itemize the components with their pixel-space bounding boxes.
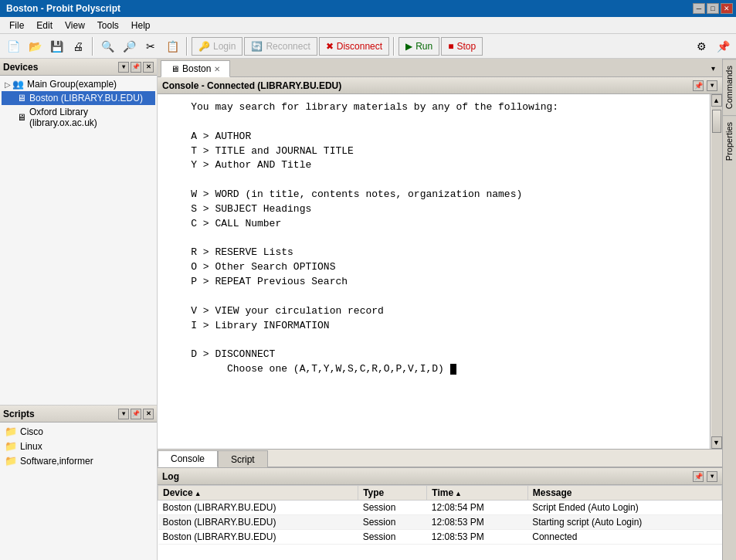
log-row-1: Boston (LIBRARY.BU.EDU) Session 12:08:54… xyxy=(158,501,722,515)
menu-edit[interactable]: Edit xyxy=(30,19,59,32)
reconnect-icon: 🔄 xyxy=(251,41,263,52)
menu-help[interactable]: Help xyxy=(125,19,157,32)
script-item-cisco[interactable]: 📁 Cisco xyxy=(2,424,155,439)
log-rows: Boston (LIBRARY.BU.EDU) Session 12:08:54… xyxy=(158,501,722,545)
scripts-close-btn[interactable]: ✕ xyxy=(143,409,154,419)
disconnect-label: Disconnect xyxy=(337,41,382,52)
log-entries-table: Device▲ Type Time▲ Message Boston (LIBRA… xyxy=(158,485,722,545)
script-label-cisco: Cisco xyxy=(20,426,43,437)
boston-tab[interactable]: 🖥 Boston ✕ xyxy=(161,60,230,77)
console-text[interactable]: You may search for library materials by … xyxy=(158,94,710,449)
maximize-button[interactable]: □ xyxy=(707,3,719,14)
device-group-icon: 👥 xyxy=(12,79,24,90)
col-type[interactable]: Type xyxy=(358,486,427,501)
console-area: Console - Connected (LIBRARY.BU.EDU) 📌 ▾… xyxy=(158,77,722,560)
console-tab[interactable]: Console xyxy=(158,450,218,467)
device-item-oxford[interactable]: 🖥 Oxford Library (library.ox.ac.uk) xyxy=(2,105,155,130)
devices-panel-header: Devices ▾ 📌 ✕ xyxy=(0,59,157,76)
minimize-button[interactable]: ─ xyxy=(693,3,705,14)
devices-pin-btn[interactable]: 📌 xyxy=(131,62,141,73)
log-device-3: Boston (LIBRARY.BU.EDU) xyxy=(158,530,358,545)
print-button[interactable]: 🖨 xyxy=(68,37,88,56)
col-device[interactable]: Device▲ xyxy=(158,486,358,501)
run-icon: ▶ xyxy=(405,41,412,52)
scripts-list: 📁 Cisco 📁 Linux 📁 Software,informer xyxy=(0,423,157,470)
col-time[interactable]: Time▲ xyxy=(427,486,527,501)
cut-button[interactable]: ✂ xyxy=(141,37,161,56)
col-message[interactable]: Message xyxy=(527,486,721,501)
log-title: Log xyxy=(162,471,179,482)
console-menu-btn[interactable]: ▾ xyxy=(707,80,717,91)
save-button[interactable]: 💾 xyxy=(46,37,66,56)
tab-dropdown-button[interactable]: ▾ xyxy=(707,62,719,74)
log-pin-btn[interactable]: 📌 xyxy=(693,471,704,482)
folder-icon-software: 📁 xyxy=(5,455,17,467)
log-type-3: Session xyxy=(358,530,427,545)
run-button[interactable]: ▶ Run xyxy=(399,37,439,56)
reconnect-button[interactable]: 🔄 Reconnect xyxy=(244,37,317,56)
devices-close-btn[interactable]: ✕ xyxy=(143,62,154,73)
scripts-dropdown-btn[interactable]: ▾ xyxy=(118,409,129,419)
log-type-1: Session xyxy=(358,501,427,515)
window-title: Boston - Probit Polyscript xyxy=(3,3,120,14)
tab-bar: 🖥 Boston ✕ ▾ xyxy=(158,59,722,77)
stop-button[interactable]: ■ Stop xyxy=(441,37,483,56)
log-message-3: Connected xyxy=(527,530,721,545)
console-header: Console - Connected (LIBRARY.BU.EDU) 📌 ▾ xyxy=(158,77,722,94)
tab-close-button[interactable]: ✕ xyxy=(214,65,220,73)
toolbar: 📄 📂 💾 🖨 🔍 🔎 ✂ 📋 🔑 Login 🔄 Reconnect ✖ Di… xyxy=(0,34,736,59)
scripts-pin-btn[interactable]: 📌 xyxy=(131,409,141,419)
console-controls: 📌 ▾ xyxy=(693,80,717,91)
menu-view[interactable]: View xyxy=(59,19,91,32)
search-button[interactable]: 🔍 xyxy=(97,37,117,56)
scroll-down-button[interactable]: ▼ xyxy=(711,436,722,449)
devices-panel-title: Devices xyxy=(3,62,38,73)
log-time-2: 12:08:53 PM xyxy=(427,515,527,530)
device-monitor-icon: 🖥 xyxy=(17,93,26,104)
device-item-label-boston: Boston (LIBRARY.BU.EDU) xyxy=(29,93,143,104)
script-tab[interactable]: Script xyxy=(218,450,268,467)
script-item-software[interactable]: 📁 Software,informer xyxy=(2,453,155,468)
find-button[interactable]: 🔎 xyxy=(119,37,139,56)
close-button[interactable]: ✕ xyxy=(721,3,733,14)
extra-button-1[interactable]: ⚙ xyxy=(691,37,711,56)
log-row-3: Boston (LIBRARY.BU.EDU) Session 12:08:53… xyxy=(158,530,722,545)
device-item-boston[interactable]: 🖥 Boston (LIBRARY.BU.EDU) xyxy=(2,91,155,105)
new-button[interactable]: 📄 xyxy=(3,37,23,56)
right-panel: Commands Properties xyxy=(722,59,736,560)
commands-tab[interactable]: Commands xyxy=(723,59,736,115)
copy-button[interactable]: 📋 xyxy=(162,37,182,56)
log-table: Device▲ Type Time▲ Message Boston (LIBRA… xyxy=(158,485,722,560)
login-label: Login xyxy=(213,41,236,52)
devices-panel-controls: ▾ 📌 ✕ xyxy=(118,62,154,73)
scripts-panel-header: Scripts ▾ 📌 ✕ xyxy=(0,406,157,423)
disconnect-button[interactable]: ✖ Disconnect xyxy=(319,37,389,56)
console-scrollbar[interactable]: ▲ ▼ xyxy=(710,94,722,449)
script-item-linux[interactable]: 📁 Linux xyxy=(2,439,155,453)
bottom-tabs: Console Script xyxy=(158,449,722,467)
login-button[interactable]: 🔑 Login xyxy=(192,37,243,56)
extra-button-2[interactable]: 📌 xyxy=(713,37,733,56)
log-menu-btn[interactable]: ▾ xyxy=(707,471,717,482)
folder-icon-cisco: 📁 xyxy=(5,426,17,437)
title-bar: Boston - Probit Polyscript ─ □ ✕ xyxy=(0,0,736,17)
scroll-up-button[interactable]: ▲ xyxy=(711,94,722,107)
devices-panel: Devices ▾ 📌 ✕ ▷ 👥 Main Group(example) 🖥 … xyxy=(0,59,157,406)
open-button[interactable]: 📂 xyxy=(25,37,45,56)
properties-tab[interactable]: Properties xyxy=(723,115,736,167)
separator-2 xyxy=(186,37,188,56)
tab-bar-end: ▾ xyxy=(707,59,719,76)
log-type-2: Session xyxy=(358,515,427,530)
scripts-panel: Scripts ▾ 📌 ✕ 📁 Cisco 📁 Linux 📁 xyxy=(0,406,157,560)
menu-tools[interactable]: Tools xyxy=(91,19,125,32)
boston-tab-icon: 🖥 xyxy=(171,64,179,73)
menu-file[interactable]: File xyxy=(3,19,30,32)
log-panel: Log 📌 ▾ Device▲ Type Time▲ Messa xyxy=(158,467,722,560)
devices-list: ▷ 👥 Main Group(example) 🖥 Boston (LIBRAR… xyxy=(0,76,157,131)
cursor-blink xyxy=(450,364,456,375)
device-group[interactable]: ▷ 👥 Main Group(example) xyxy=(2,77,155,91)
console-pin-btn[interactable]: 📌 xyxy=(693,80,704,91)
devices-dropdown-btn[interactable]: ▾ xyxy=(118,62,129,73)
log-message-1: Script Ended (Auto Login) xyxy=(527,501,721,515)
scroll-thumb[interactable] xyxy=(712,110,721,133)
